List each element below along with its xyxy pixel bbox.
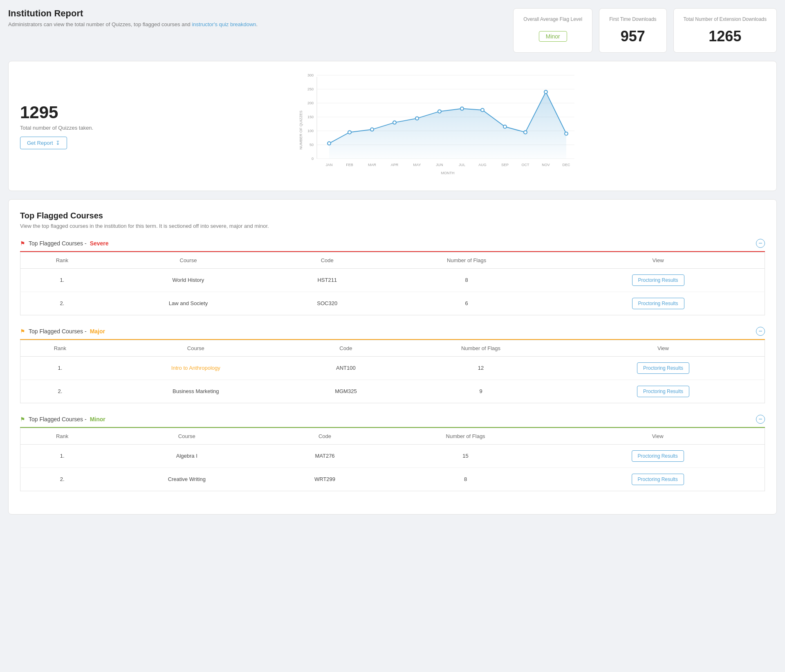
chart-point-oct xyxy=(524,130,527,134)
course-cell: Business Marketing xyxy=(100,380,292,403)
svg-text:300: 300 xyxy=(307,73,314,77)
chart-point-jan xyxy=(327,142,331,145)
flagged-group-title-major: ⚑ Top Flagged Courses - Major xyxy=(20,328,105,335)
svg-text:APR: APR xyxy=(391,163,399,167)
total-downloads-value: 1265 xyxy=(684,28,767,45)
flagged-group-header-major: ⚑ Top Flagged Courses - Major − xyxy=(20,327,765,340)
svg-text:SEP: SEP xyxy=(501,163,509,167)
flagged-section-desc: View the top flagged courses in the inst… xyxy=(20,223,765,229)
course-cell: Creative Writing xyxy=(104,467,269,491)
proctoring-results-button[interactable]: Proctoring Results xyxy=(632,474,684,485)
proctoring-results-button[interactable]: Proctoring Results xyxy=(632,274,684,286)
flagged-prefix-minor: Top Flagged Courses - xyxy=(29,416,87,423)
col-flags: Number of Flags xyxy=(381,252,552,268)
table-row: 1. World History HST211 8 Proctoring Res… xyxy=(20,268,765,292)
download-icon: ↧ xyxy=(56,140,60,146)
flagged-prefix-severe: Top Flagged Courses - xyxy=(29,240,87,247)
get-report-label: Get Report xyxy=(27,140,53,146)
collapse-major-button[interactable]: − xyxy=(756,327,765,336)
proctoring-results-button[interactable]: Proctoring Results xyxy=(637,386,689,397)
get-report-button[interactable]: Get Report ↧ xyxy=(20,137,67,149)
flagged-table-major: Rank Course Code Number of Flags View 1.… xyxy=(20,340,765,403)
flagged-table-minor: Rank Course Code Number of Flags View 1.… xyxy=(20,428,765,491)
page-header-text: Institution Report Administrators can vi… xyxy=(8,8,258,27)
stat-card-first-downloads: First Time Downloads 957 xyxy=(599,8,666,53)
page-title: Institution Report xyxy=(8,8,258,19)
table-row: 2. Business Marketing MGM325 9 Proctorin… xyxy=(20,380,765,403)
chart-point-sep xyxy=(503,125,507,128)
svg-text:50: 50 xyxy=(310,143,314,147)
col-view: View xyxy=(552,252,765,268)
chart-point-may xyxy=(415,117,419,120)
chart-point-aug xyxy=(481,108,484,112)
course-cell: Law and Society xyxy=(104,292,273,315)
proctoring-results-button[interactable]: Proctoring Results xyxy=(632,450,684,462)
quizzes-left: 1295 Total number of Quizzes taken. Get … xyxy=(20,103,102,149)
col-code: Code xyxy=(292,340,400,356)
svg-text:250: 250 xyxy=(307,87,314,91)
code-cell: MAT276 xyxy=(269,444,380,467)
flagged-section-title: Top Flagged Courses xyxy=(20,211,765,220)
col-course: Course xyxy=(104,252,273,268)
code-cell: WRT299 xyxy=(269,467,380,491)
flags-cell: 8 xyxy=(381,268,552,292)
flagged-table-severe: Rank Course Code Number of Flags View 1.… xyxy=(20,252,765,315)
proctoring-results-button[interactable]: Proctoring Results xyxy=(632,298,684,309)
chart-point-feb xyxy=(348,130,351,134)
flag-level-badge: Minor xyxy=(523,28,582,42)
rank-cell: 1. xyxy=(20,268,104,292)
col-course: Course xyxy=(100,340,292,356)
course-cell: Intro to Anthropology xyxy=(100,356,292,380)
col-rank: Rank xyxy=(20,252,104,268)
col-rank: Rank xyxy=(20,428,104,444)
svg-text:MAY: MAY xyxy=(413,163,421,167)
col-code: Code xyxy=(273,252,381,268)
collapse-minor-button[interactable]: − xyxy=(756,415,765,424)
svg-text:150: 150 xyxy=(307,115,314,119)
code-cell: HST211 xyxy=(273,268,381,292)
view-cell: Proctoring Results xyxy=(562,356,765,380)
rank-cell: 2. xyxy=(20,467,104,491)
svg-text:200: 200 xyxy=(307,101,314,105)
table-row: 2. Law and Society SOC320 6 Proctoring R… xyxy=(20,292,765,315)
quizzes-section: 1295 Total number of Quizzes taken. Get … xyxy=(20,73,765,179)
flag-level-label: Overall Average Flag Level xyxy=(523,16,582,23)
collapse-severe-button[interactable]: − xyxy=(756,239,765,248)
first-downloads-label: First Time Downloads xyxy=(609,16,656,23)
flagged-group-severe: ⚑ Top Flagged Courses - Severe − Rank Co… xyxy=(20,239,765,315)
col-view: View xyxy=(562,340,765,356)
svg-text:AUG: AUG xyxy=(478,163,487,167)
page-subtitle: Administrators can view the total number… xyxy=(8,21,258,27)
flagged-group-minor: ⚑ Top Flagged Courses - Minor − Rank Cou… xyxy=(20,415,765,491)
table-row: 1. Intro to Anthropology ANT100 12 Proct… xyxy=(20,356,765,380)
table-header-row: Rank Course Code Number of Flags View xyxy=(20,428,765,444)
flag-level-value: Minor xyxy=(539,31,567,42)
col-code: Code xyxy=(269,428,380,444)
stat-card-total-downloads: Total Number of Extension Downloads 1265 xyxy=(673,8,777,53)
severity-label-major: Major xyxy=(90,328,105,335)
chart-area xyxy=(329,92,566,159)
col-rank: Rank xyxy=(20,340,100,356)
col-view: View xyxy=(551,428,765,444)
flagged-prefix-major: Top Flagged Courses - xyxy=(29,328,87,335)
page-header: Institution Report Administrators can vi… xyxy=(8,8,777,53)
flags-cell: 15 xyxy=(380,444,551,467)
col-course: Course xyxy=(104,428,269,444)
rank-cell: 1. xyxy=(20,444,104,467)
flagged-group-major: ⚑ Top Flagged Courses - Major − Rank Cou… xyxy=(20,327,765,403)
quizzes-desc: Total number of Quizzes taken. xyxy=(20,125,102,131)
table-row: 1. Algebra I MAT276 15 Proctoring Result… xyxy=(20,444,765,467)
chart-point-jun xyxy=(438,110,441,113)
code-cell: MGM325 xyxy=(292,380,400,403)
subtitle-link[interactable]: instructor's quiz breakdown xyxy=(192,21,256,27)
code-cell: SOC320 xyxy=(273,292,381,315)
svg-text:0: 0 xyxy=(312,157,314,161)
flag-icon-severe: ⚑ xyxy=(20,240,25,247)
proctoring-results-button[interactable]: Proctoring Results xyxy=(637,362,689,374)
quizzes-chart: NUMBER OF QUIZZES 0 50 100 150 200 250 3… xyxy=(114,73,765,179)
flagged-group-header-severe: ⚑ Top Flagged Courses - Severe − xyxy=(20,239,765,252)
flags-cell: 8 xyxy=(380,467,551,491)
svg-text:DEC: DEC xyxy=(562,163,570,167)
flag-icon-minor: ⚑ xyxy=(20,416,25,423)
flag-icon-major: ⚑ xyxy=(20,328,25,335)
